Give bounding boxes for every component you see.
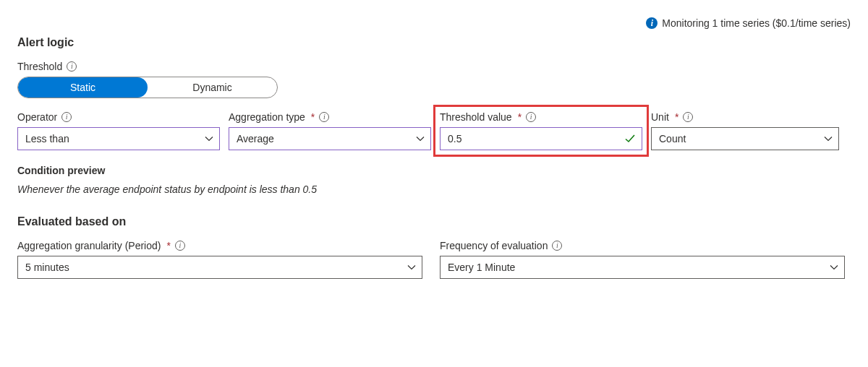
frequency-value: Every 1 Minute — [448, 262, 515, 273]
threshold-value-highlight: Threshold value * i 0.5 — [433, 105, 649, 157]
aggregation-type-field-group: Aggregation type * i Average — [229, 111, 431, 150]
info-icon[interactable]: i — [67, 61, 77, 72]
aggregation-type-value: Average — [237, 133, 274, 144]
evaluated-heading: Evaluated based on — [17, 215, 851, 228]
info-icon[interactable]: i — [175, 241, 185, 251]
operator-value: Less than — [25, 133, 69, 144]
required-marker: * — [675, 111, 678, 123]
operator-field-group: Operator i Less than — [17, 111, 220, 150]
required-marker: * — [518, 111, 522, 123]
frequency-label: Frequency of evaluation — [440, 240, 548, 251]
info-icon: i — [646, 17, 658, 29]
threshold-value-text: 0.5 — [448, 133, 461, 144]
aggregation-type-label: Aggregation type — [229, 111, 305, 123]
unit-value: Count — [659, 133, 686, 144]
operator-label: Operator — [17, 111, 57, 123]
chevron-down-icon — [407, 263, 416, 272]
threshold-value-input[interactable]: 0.5 — [440, 127, 642, 150]
unit-field-group: Unit * i Count — [651, 111, 839, 150]
info-icon[interactable]: i — [683, 112, 693, 122]
operator-select[interactable]: Less than — [17, 127, 220, 150]
granularity-value: 5 minutes — [25, 262, 69, 273]
checkmark-icon — [624, 133, 636, 144]
chevron-down-icon — [416, 134, 425, 143]
chevron-down-icon — [830, 263, 838, 272]
info-icon[interactable]: i — [61, 112, 72, 122]
required-marker: * — [166, 240, 170, 251]
monitoring-notice-text: Monitoring 1 time series ($0.1/time seri… — [662, 17, 851, 29]
chevron-down-icon — [824, 134, 833, 143]
unit-label: Unit — [651, 111, 669, 123]
threshold-label: Threshold — [17, 61, 62, 72]
threshold-label-row: Threshold i — [17, 61, 851, 72]
info-icon[interactable]: i — [552, 241, 562, 251]
granularity-label: Aggregation granularity (Period) — [17, 240, 161, 251]
monitoring-notice: i Monitoring 1 time series ($0.1/time se… — [17, 17, 851, 29]
condition-preview-text: Whenever the average endpoint status by … — [17, 184, 851, 195]
alert-logic-heading: Alert logic — [17, 36, 851, 49]
frequency-select[interactable]: Every 1 Minute — [440, 256, 845, 279]
unit-select[interactable]: Count — [651, 127, 839, 150]
info-icon[interactable]: i — [526, 112, 536, 122]
granularity-select[interactable]: 5 minutes — [17, 256, 422, 279]
aggregation-type-select[interactable]: Average — [229, 127, 431, 150]
frequency-field-group: Frequency of evaluation i Every 1 Minute — [440, 240, 845, 279]
threshold-static-option[interactable]: Static — [18, 77, 148, 98]
granularity-field-group: Aggregation granularity (Period) * i 5 m… — [17, 240, 422, 279]
required-marker: * — [311, 111, 315, 123]
info-icon[interactable]: i — [319, 112, 329, 122]
condition-preview-heading: Condition preview — [17, 165, 851, 176]
threshold-toggle[interactable]: Static Dynamic — [17, 77, 278, 98]
threshold-dynamic-option[interactable]: Dynamic — [148, 77, 277, 98]
chevron-down-icon — [205, 134, 213, 143]
threshold-value-label: Threshold value — [440, 111, 512, 123]
